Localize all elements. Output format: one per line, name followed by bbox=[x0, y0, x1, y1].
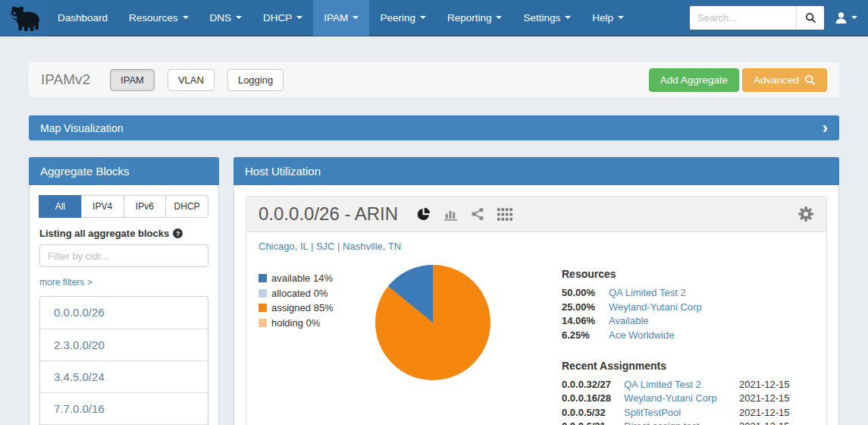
assignment-date: 2021-12-15 bbox=[739, 420, 790, 425]
aggregate-block-item[interactable]: 7.7.0.0/16 bbox=[40, 392, 208, 424]
legend-swatch bbox=[259, 319, 267, 327]
assignment-cidr: 0.0.0.16/28 bbox=[562, 392, 624, 404]
legend-label: allocated 0% bbox=[271, 288, 327, 299]
legend-label: holding 0% bbox=[271, 317, 320, 329]
nav-menu-item[interactable]: Peering bbox=[369, 0, 437, 36]
search-icon bbox=[805, 12, 816, 24]
map-visualization-toggle[interactable]: Map Visualization › bbox=[29, 115, 839, 140]
search-group bbox=[690, 6, 824, 30]
nav-menu-item[interactable]: Reporting bbox=[437, 0, 513, 36]
chart-view-switcher bbox=[416, 207, 512, 222]
nav-menu-label: DHCP bbox=[263, 12, 292, 24]
subnet-detail-header: 0.0.0.0/26 - ARIN bbox=[246, 197, 826, 232]
nav-menu-item[interactable]: IPAM bbox=[313, 0, 369, 36]
chevron-down-icon bbox=[496, 16, 502, 19]
chevron-down-icon bbox=[420, 16, 426, 19]
resource-percent: 14.06% bbox=[562, 315, 609, 326]
aggregate-blocks-body: All IPV4 IPv6 DHCP Listing all aggregate… bbox=[29, 185, 219, 425]
cidr-filter-input[interactable] bbox=[39, 244, 208, 267]
view-tab-button[interactable]: Logging bbox=[227, 69, 284, 91]
legend-label: assigned 85% bbox=[271, 302, 334, 313]
resources-heading: Resources bbox=[562, 268, 814, 280]
utilization-pie-chart bbox=[375, 265, 490, 380]
resource-row: 6.25% Ace Worldwide bbox=[562, 329, 814, 341]
nav-menu-label: Peering bbox=[380, 12, 415, 24]
resource-link[interactable]: Weyland-Yutani Corp bbox=[609, 301, 702, 313]
nav-menu-label: Resources bbox=[129, 12, 178, 24]
chevron-down-icon bbox=[618, 16, 624, 19]
assignment-row: 0.0.0.6/31 Direct assign test 2021-12-15 bbox=[562, 420, 814, 425]
assignment-row: 0.0.0.32/27 QA Limited Test 2 2021-12-15 bbox=[562, 379, 814, 390]
legend-swatch bbox=[259, 274, 267, 282]
resource-link[interactable]: QA Limited Test 2 bbox=[609, 287, 686, 298]
view-tab-button[interactable]: VLAN bbox=[168, 69, 215, 91]
pie-chart-view-icon[interactable] bbox=[416, 207, 431, 222]
search-icon bbox=[804, 74, 816, 86]
aggregate-block-item[interactable]: 3.4.5.0/24 bbox=[40, 360, 208, 392]
grid-view-icon[interactable] bbox=[497, 208, 512, 221]
resource-percent: 25.00% bbox=[562, 301, 609, 313]
assignment-row: 0.0.0.16/28 Weyland-Yutani Corp 2021-12-… bbox=[562, 392, 814, 404]
chevron-down-icon bbox=[296, 16, 302, 19]
legend-item: holding 0% bbox=[259, 317, 363, 329]
host-utilization-panel: Host Utilization 0.0.0.0/26 - ARIN bbox=[233, 157, 839, 425]
assignment-link[interactable]: SplitTestPool bbox=[624, 407, 739, 418]
user-menu[interactable] bbox=[835, 11, 857, 24]
host-utilization-header: Host Utilization bbox=[233, 157, 839, 185]
aggregate-block-item[interactable]: 0.0.0.0/26 bbox=[40, 297, 208, 329]
assignment-link[interactable]: Direct assign test bbox=[624, 420, 739, 425]
resource-link[interactable]: Available bbox=[609, 315, 649, 326]
assignment-cidr: 0.0.0.32/27 bbox=[562, 379, 624, 390]
app-logo[interactable] bbox=[0, 0, 47, 36]
nav-menu-label: DNS bbox=[210, 12, 232, 24]
navbar-right bbox=[690, 6, 868, 30]
legend-label: available 14% bbox=[271, 272, 333, 284]
aggregate-block-item[interactable]: 2.3.0.0/20 bbox=[40, 329, 208, 360]
block-type-tabs: All IPV4 IPv6 DHCP bbox=[39, 195, 208, 218]
legend-item: allocated 0% bbox=[259, 288, 363, 299]
nav-menu-item[interactable]: DHCP bbox=[252, 0, 313, 36]
block-type-tab[interactable]: DHCP bbox=[165, 195, 208, 218]
resource-link[interactable]: Ace Worldwide bbox=[609, 329, 674, 341]
subnet-detail-card: 0.0.0.0/26 - ARIN bbox=[246, 196, 827, 425]
user-icon bbox=[835, 11, 848, 24]
utilization-chart-row: available 14% allocated 0% a bbox=[246, 252, 826, 425]
view-tab-button[interactable]: IPAM bbox=[110, 69, 155, 91]
share-icon[interactable] bbox=[471, 207, 484, 221]
add-aggregate-button[interactable]: Add Aggregate bbox=[649, 68, 739, 92]
block-type-tab[interactable]: IPv6 bbox=[124, 195, 167, 218]
resource-row: 25.00% Weyland-Yutani Corp bbox=[562, 301, 814, 313]
assignment-link[interactable]: QA Limited Test 2 bbox=[624, 379, 739, 390]
resources-list: 50.00% QA Limited Test 2 25.00% Weyland-… bbox=[562, 287, 814, 341]
panels-row: Aggregate Blocks All IPV4 IPv6 DHCP List… bbox=[29, 157, 839, 425]
legend-swatch bbox=[259, 289, 267, 298]
resource-row: 50.00% QA Limited Test 2 bbox=[562, 287, 814, 298]
more-filters-link[interactable]: more filters > bbox=[39, 277, 92, 288]
assignment-date: 2021-12-15 bbox=[739, 392, 790, 404]
search-button[interactable] bbox=[796, 6, 824, 30]
block-type-tab[interactable]: IPV4 bbox=[81, 195, 124, 218]
assignment-link[interactable]: Weyland-Yutani Corp bbox=[624, 392, 739, 404]
chevron-down-icon bbox=[353, 16, 359, 19]
legend-item: assigned 85% bbox=[259, 302, 363, 313]
subnet-title: 0.0.0.0/26 - ARIN bbox=[259, 203, 398, 225]
resource-row: 14.06% Available bbox=[562, 315, 814, 326]
chevron-down-icon bbox=[851, 16, 857, 19]
nav-menu-item[interactable]: Settings bbox=[512, 0, 581, 36]
advanced-search-button[interactable]: Advanced bbox=[742, 68, 827, 92]
nav-menu-item[interactable]: Resources bbox=[118, 0, 199, 36]
search-input[interactable] bbox=[690, 6, 796, 30]
nav-menu-item[interactable]: Dashboard bbox=[47, 0, 118, 36]
nav-menu-item[interactable]: Help bbox=[581, 0, 635, 36]
gear-icon[interactable] bbox=[797, 206, 814, 222]
view-tabs: IPAM VLAN Logging bbox=[110, 69, 284, 91]
page-content: IPAMv2 IPAM VLAN Logging Add Aggregate A… bbox=[0, 62, 868, 425]
bar-chart-view-icon[interactable] bbox=[443, 207, 458, 222]
page-title: IPAMv2 bbox=[41, 71, 90, 88]
page-header: IPAMv2 IPAM VLAN Logging Add Aggregate A… bbox=[29, 62, 839, 97]
block-type-tab[interactable]: All bbox=[39, 195, 82, 218]
help-icon[interactable]: ? bbox=[173, 228, 183, 238]
location-links[interactable]: Chicago, IL | SJC | Nashville, TN bbox=[246, 232, 826, 252]
aggregate-blocks-panel: Aggregate Blocks All IPV4 IPv6 DHCP List… bbox=[29, 157, 219, 425]
nav-menu-item[interactable]: DNS bbox=[199, 0, 253, 36]
